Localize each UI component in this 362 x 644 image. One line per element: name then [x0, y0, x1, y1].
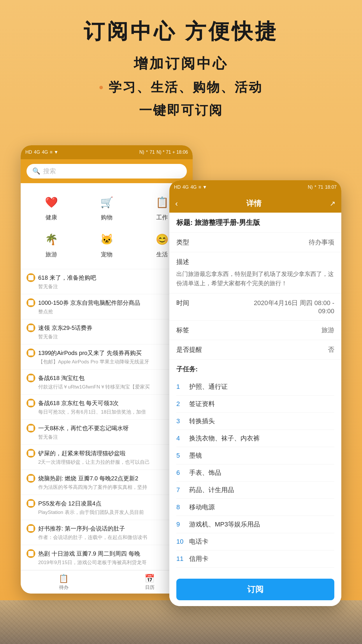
- subtask-number: 10: [176, 538, 185, 545]
- subtask-text: 换洗衣物、袜子、内衣裤: [189, 434, 260, 443]
- category-label: 健康: [45, 214, 57, 221]
- status-bar-right-phone: HD 4G 4G ≡ ▼ N) * 71 18:07: [169, 180, 341, 194]
- search-icon: 🔍: [32, 167, 40, 175]
- subtask-item[interactable]: 5 墨镜: [176, 447, 334, 464]
- subtask-number: 11: [176, 555, 185, 563]
- subtask-item[interactable]: 3 转换插头: [176, 413, 334, 430]
- type-value: 待办事项: [309, 238, 334, 247]
- hero-subtitle3: 一键即可订阅: [23, 102, 339, 119]
- notif-sub: 作者：会说话的肚子，连载中，在起点和微信读书: [27, 534, 187, 541]
- detail-time-row: 时间 2020年4月16日 周四 08:00 - 09:00: [169, 293, 341, 321]
- list-item[interactable]: 1399的AirPods pro又来了 先领券再购买 【包邮】Apple Air…: [21, 344, 193, 370]
- hero-subtitle1: 增加订阅中心: [23, 54, 339, 73]
- subtask-item[interactable]: 1 护照、通行证: [176, 378, 334, 396]
- back-button[interactable]: ‹: [175, 199, 178, 208]
- subtask-text: 移动电源: [189, 503, 215, 512]
- subtask-number: 5: [176, 452, 185, 459]
- subtask-item[interactable]: 10 电话卡: [176, 533, 334, 550]
- nav-label: 日历: [145, 584, 154, 591]
- subtask-item[interactable]: 6 手表、饰品: [176, 464, 334, 482]
- subtask-number: 9: [176, 521, 185, 528]
- texture-pattern: [0, 600, 362, 644]
- notif-badge: [27, 273, 35, 282]
- network-icon: 4G: [34, 150, 40, 155]
- bluetooth-icon: *: [146, 150, 148, 155]
- category-label: 旅游: [45, 251, 57, 258]
- list-item[interactable]: 一天8杯水，再忙也不要忘记喝水呀 🔔 暂无备注: [21, 420, 193, 445]
- list-item[interactable]: 备战618 京东红包 每天可领3次 🔔🔄 每日可抢3次，另有6月1日、18日加倍…: [21, 395, 193, 420]
- list-item[interactable]: 铲屎的，赶紧来帮我清理猫砂盆啦 🔔🔄 2天一次清理猫砂盆，让主力拉的舒服，也可以…: [21, 445, 193, 470]
- category-item[interactable]: 🌴 旅游: [24, 226, 79, 263]
- subtask-text: 转换插头: [189, 417, 215, 426]
- list-item[interactable]: 618 来了，准备抢购吧 🔔 暂无备注: [21, 269, 193, 294]
- nfc-icon: N): [139, 150, 144, 155]
- detail-type-row: 类型 待办事项: [169, 233, 341, 252]
- desc-text: 出门旅游最忘拿东西，特别是到了机场了发现少拿东西了，这份清单送上，希望大家都有个…: [176, 269, 334, 288]
- bottom-nav-left: 📋 待办 📅 日历: [21, 570, 193, 594]
- subtask-item[interactable]: 7 药品、计生用品: [176, 482, 334, 499]
- notif-title: 1399的AirPods pro又来了 先领券再购买: [38, 349, 187, 357]
- notif-sub: 2天一次清理猫砂盆，让主力拉的舒服，也可以自己: [27, 459, 187, 466]
- search-input-box[interactable]: 🔍 搜索: [27, 164, 187, 178]
- notif-title: 618 来了，准备抢购吧: [38, 274, 178, 282]
- category-item[interactable]: 🐱 宠物: [79, 226, 134, 263]
- notif-sub: 【包邮】Apple AirPods Pro 苹果主动降噪无线蓝牙: [27, 358, 187, 365]
- list-item[interactable]: 1000-150券 京东自营电脑配件部分商品 整点抢: [21, 294, 193, 319]
- time-label: 时间: [176, 299, 189, 307]
- detail-page-title-section: 标题: 旅游整理手册-男生版: [169, 213, 341, 233]
- detail-content: 标题: 旅游整理手册-男生版 类型 待办事项 描述 出门旅游最忘拿东西，特别是到…: [169, 213, 341, 606]
- search-input[interactable]: 搜索: [43, 167, 56, 176]
- wifi-icon: ≡ ▼: [50, 150, 59, 155]
- subtask-item[interactable]: 11 信用卡: [176, 550, 334, 568]
- hero-subtitle2: 学习、生活、购物、活动: [23, 79, 339, 96]
- subtask-text: 药品、计生用品: [189, 486, 234, 494]
- notif-title: 好书推荐: 第一序列-会说话的肚子: [38, 525, 178, 533]
- time-left: N) * 71 + 18:06: [157, 150, 188, 155]
- list-item[interactable]: 热剧 十日游戏 豆瓣7.9 周二到周四 每晚 2019年9月15日，游戏公司老板…: [21, 545, 193, 570]
- notif-title: 速领 京东29-5话费券: [38, 324, 187, 332]
- tag-value: 旅游: [321, 326, 334, 335]
- desc-label: 描述: [176, 258, 189, 265]
- subtask-text: 护照、通行证: [189, 382, 228, 391]
- time-value: 2020年4月16日 周四 08:00 - 09:00: [247, 299, 334, 315]
- category-item[interactable]: ❤️ 健康: [24, 189, 79, 226]
- category-item[interactable]: 🛒 购物: [79, 189, 134, 226]
- category-icon: 🌴: [43, 231, 60, 248]
- category-icon: 🐱: [98, 231, 115, 248]
- notif-badge: [27, 374, 35, 382]
- notif-badge: [27, 323, 35, 332]
- notif-title: 1000-150券 京东自营电脑配件部分商品: [38, 299, 187, 307]
- nav-icon: 📋: [59, 574, 69, 583]
- nfc2-icon: N): [308, 185, 313, 190]
- subtask-item[interactable]: 2 签证资料: [176, 396, 334, 413]
- notif-title: 备战618 京东红包 每天可领3次: [38, 399, 168, 407]
- search-bar-wrap: 🔍 搜索: [21, 159, 193, 183]
- subtask-title: 子任务:: [176, 365, 334, 374]
- share-button[interactable]: ↗: [330, 200, 335, 208]
- battery-icon: 71: [150, 150, 155, 155]
- notif-sub: 暂无备注: [27, 283, 187, 290]
- list-item[interactable]: 好书推荐: 第一序列-会说话的肚子 🔔 作者：会说话的肚子，连载中，在起点和微信…: [21, 520, 193, 545]
- notif-sub: 付款这行话￥uRtw1GfwnFN￥转移至淘宝【爱家买: [27, 384, 187, 390]
- list-item[interactable]: 速领 京东29-5话费券 暂无备注: [21, 319, 193, 344]
- list-item[interactable]: 烧脑热剧: 燃烧 豆瓣7.0 每晚22点更新2 作为法医的爷爷高四海为了案件的事…: [21, 470, 193, 495]
- wifi2-icon: ≡ ▼: [198, 185, 207, 190]
- bottom-nav-item[interactable]: 📋 待办: [21, 570, 107, 594]
- signal-icon: HD: [25, 150, 32, 155]
- nav-label: 待办: [59, 584, 68, 591]
- detail-remind-row: 是否提醒 否: [169, 340, 341, 360]
- notif-sub: PlayStation 表示，由于我们团队及开发人员目前: [27, 509, 187, 516]
- list-item[interactable]: 备战618 淘宝红包 🔔🔄 付款这行话￥uRtw1GfwnFN￥转移至淘宝【爱家…: [21, 370, 193, 395]
- subtask-text: 游戏机、MP3等娱乐用品: [189, 520, 260, 529]
- network3-icon: 4G: [182, 185, 189, 190]
- subscribe-button[interactable]: 订阅: [176, 579, 334, 600]
- subtask-item[interactable]: 4 换洗衣物、袜子、内衣裤: [176, 430, 334, 447]
- subtask-number: 2: [176, 400, 185, 408]
- notif-title: 一天8杯水，再忙也不要忘记喝水呀: [38, 424, 178, 432]
- subtask-item[interactable]: 9 游戏机、MP3等娱乐用品: [176, 516, 334, 533]
- remind-value: 否: [328, 345, 334, 354]
- list-item[interactable]: PS5发布会 12日凌晨4点 PlayStation 表示，由于我们团队及开发人…: [21, 495, 193, 520]
- notif-title: 备战618 淘宝红包: [38, 374, 168, 382]
- subtask-item[interactable]: 8 移动电源: [176, 499, 334, 516]
- detail-desc-section: 描述 出门旅游最忘拿东西，特别是到了机场了发现少拿东西了，这份清单送上，希望大家…: [169, 252, 341, 293]
